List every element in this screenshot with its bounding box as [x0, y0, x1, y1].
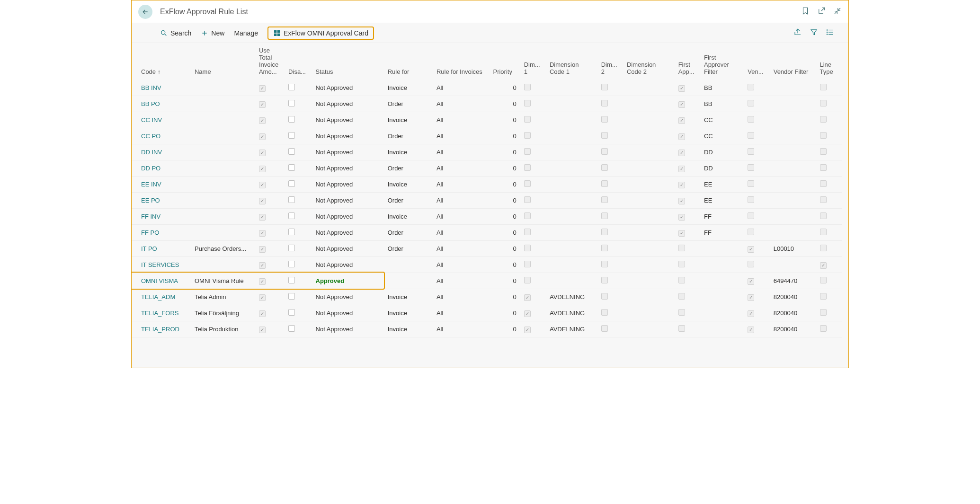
checkbox[interactable]: [820, 180, 827, 187]
checkbox[interactable]: [601, 148, 608, 155]
checkbox[interactable]: [820, 293, 827, 300]
checkbox[interactable]: [748, 278, 754, 285]
checkbox[interactable]: [601, 293, 608, 300]
checkbox[interactable]: [524, 100, 531, 106]
checkbox[interactable]: [678, 230, 685, 237]
checkbox[interactable]: [601, 245, 608, 251]
new-action[interactable]: New: [201, 29, 224, 37]
col-dim1[interactable]: Dim... 1: [520, 43, 546, 80]
checkbox[interactable]: [259, 327, 266, 333]
manage-action[interactable]: Manage: [234, 29, 258, 37]
checkbox[interactable]: [288, 277, 295, 283]
checkbox[interactable]: [748, 246, 754, 253]
checkbox[interactable]: [524, 277, 531, 283]
checkbox[interactable]: [259, 117, 266, 124]
table-scroll[interactable]: Code ↑ Name Use Total Invoice Amo... Dis…: [132, 43, 848, 368]
checkbox[interactable]: [524, 327, 531, 333]
table-row[interactable]: CC INVNot ApprovedInvoiceAll0CC: [132, 112, 842, 128]
col-vendor-filter[interactable]: Vendor Filter: [770, 43, 816, 80]
checkbox[interactable]: [524, 229, 531, 235]
table-row[interactable]: DD PONot ApprovedOrderAll0DD: [132, 160, 842, 177]
checkbox[interactable]: [524, 180, 531, 187]
checkbox[interactable]: [678, 325, 685, 332]
checkbox[interactable]: [601, 116, 608, 123]
checkbox[interactable]: [259, 310, 266, 317]
col-dim-code1[interactable]: Dimension Code 1: [546, 43, 597, 80]
checkbox[interactable]: [601, 132, 608, 139]
code-link[interactable]: BB PO: [141, 100, 160, 107]
checkbox[interactable]: [601, 325, 608, 332]
col-use-total[interactable]: Use Total Invoice Amo...: [255, 43, 285, 80]
code-link[interactable]: CC INV: [141, 116, 162, 124]
back-button[interactable]: [138, 5, 152, 19]
checkbox[interactable]: [820, 100, 827, 106]
checkbox[interactable]: [678, 198, 685, 204]
checkbox[interactable]: [748, 164, 754, 171]
table-row[interactable]: FF INVNot ApprovedInvoiceAll0FF: [132, 209, 842, 225]
checkbox[interactable]: [524, 294, 531, 301]
checkbox[interactable]: [524, 148, 531, 155]
checkbox[interactable]: [748, 212, 754, 219]
checkbox[interactable]: [601, 212, 608, 219]
collapse-icon[interactable]: [833, 7, 842, 17]
checkbox[interactable]: [748, 196, 754, 203]
code-link[interactable]: DD PO: [141, 165, 160, 172]
checkbox[interactable]: [820, 116, 827, 123]
checkbox[interactable]: [259, 166, 266, 172]
checkbox[interactable]: [678, 309, 685, 316]
checkbox[interactable]: [288, 100, 295, 106]
table-row[interactable]: IT POPurchase Orders...Not ApprovedOrder…: [132, 241, 842, 257]
checkbox[interactable]: [601, 261, 608, 267]
checkbox[interactable]: [601, 164, 608, 171]
code-link[interactable]: EE INV: [141, 181, 161, 188]
bookmark-icon[interactable]: [801, 7, 810, 17]
table-row[interactable]: BB PONot ApprovedOrderAll0BB: [132, 96, 842, 112]
checkbox[interactable]: [601, 309, 608, 316]
checkbox[interactable]: [678, 166, 685, 172]
checkbox[interactable]: [678, 214, 685, 221]
checkbox[interactable]: [288, 164, 295, 171]
code-link[interactable]: FF INV: [141, 213, 160, 220]
checkbox[interactable]: [748, 327, 754, 333]
table-row[interactable]: FF PONot ApprovedOrderAll0FF: [132, 225, 842, 241]
checkbox[interactable]: [678, 182, 685, 188]
checkbox[interactable]: [820, 148, 827, 155]
checkbox[interactable]: [820, 132, 827, 139]
checkbox[interactable]: [524, 245, 531, 251]
omni-approval-card-action[interactable]: ExFlow OMNI Approval Card: [267, 27, 374, 40]
list-icon[interactable]: [826, 28, 834, 38]
checkbox[interactable]: [820, 212, 827, 219]
checkbox[interactable]: [678, 101, 685, 108]
checkbox[interactable]: [288, 132, 295, 139]
checkbox[interactable]: [288, 148, 295, 155]
checkbox[interactable]: [748, 310, 754, 317]
checkbox[interactable]: [820, 84, 827, 90]
code-link[interactable]: EE PO: [141, 197, 160, 204]
checkbox[interactable]: [601, 229, 608, 235]
code-link[interactable]: TELIA_ADM: [141, 293, 175, 301]
col-name[interactable]: Name: [191, 43, 255, 80]
col-first-app[interactable]: First App...: [675, 43, 700, 80]
checkbox[interactable]: [524, 212, 531, 219]
col-code[interactable]: Code ↑: [132, 43, 191, 80]
checkbox[interactable]: [259, 85, 266, 92]
checkbox[interactable]: [678, 133, 685, 140]
checkbox[interactable]: [259, 150, 266, 156]
checkbox[interactable]: [288, 309, 295, 316]
code-link[interactable]: OMNI VISMA: [141, 277, 178, 284]
checkbox[interactable]: [259, 182, 266, 188]
checkbox[interactable]: [678, 150, 685, 156]
search-action[interactable]: Search: [160, 29, 191, 37]
checkbox[interactable]: [820, 325, 827, 332]
code-link[interactable]: IT PO: [141, 245, 157, 252]
checkbox[interactable]: [820, 229, 827, 235]
share-icon[interactable]: [793, 28, 802, 38]
checkbox[interactable]: [748, 132, 754, 139]
checkbox[interactable]: [524, 132, 531, 139]
checkbox[interactable]: [524, 84, 531, 90]
checkbox[interactable]: [748, 100, 754, 106]
col-rule-for[interactable]: Rule for: [384, 43, 433, 80]
table-row[interactable]: TELIA_PRODTelia ProduktionNot ApprovedIn…: [132, 321, 842, 337]
checkbox[interactable]: [259, 294, 266, 301]
table-row[interactable]: DD INVNot ApprovedInvoiceAll0DD: [132, 144, 842, 160]
